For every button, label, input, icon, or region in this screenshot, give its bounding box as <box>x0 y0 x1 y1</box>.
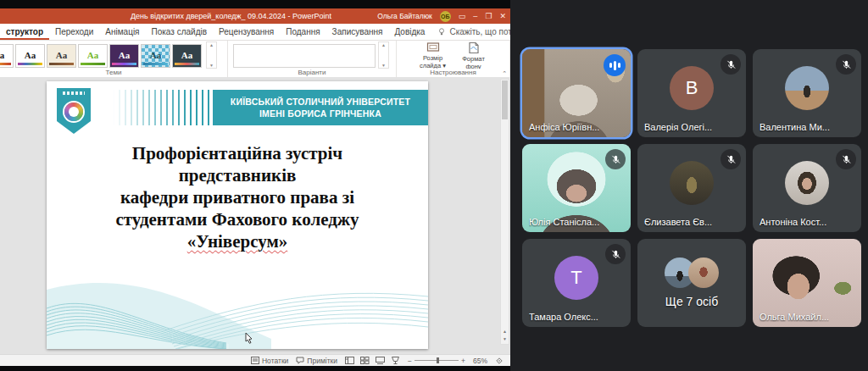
university-banner: КИЇВСЬКИЙ СТОЛИЧНИЙ УНІВЕРСИТЕТ ІМЕНІ БО… <box>213 90 428 125</box>
ribbon-group-customize: Розмір слайда ▾ Формат фону Настроювання… <box>397 41 510 78</box>
reading-view-icon[interactable] <box>376 357 385 364</box>
close-button[interactable]: ✕ <box>499 8 506 24</box>
avatar <box>670 161 714 205</box>
participant-tile-yelyzaveta[interactable]: Єлизавета Єв... <box>637 144 746 232</box>
fit-slide-icon[interactable] <box>495 357 504 365</box>
next-slide-button[interactable]: ▼ <box>503 335 507 343</box>
participant-tile-valentyna[interactable]: Валентина Ми... <box>753 49 861 137</box>
account-name: Ольга Байталюк <box>377 12 432 20</box>
mic-off-icon <box>721 149 741 169</box>
tab-transitions[interactable]: Переходи <box>49 24 99 40</box>
participant-tile-tamara[interactable]: Т Тамара Олекс... <box>522 239 631 327</box>
more-participants-tile[interactable]: Ще 7 осіб <box>637 239 746 327</box>
scroll-up-icon[interactable]: ▲ <box>381 42 386 47</box>
mic-off-icon <box>605 149 626 169</box>
slide-size-button[interactable]: Розмір слайда ▾ <box>415 42 452 69</box>
participant-tile-antonina[interactable]: Антоніна Кост... <box>753 144 861 232</box>
scroll-down-icon[interactable]: ▼ <box>381 63 386 68</box>
ribbon-display-options-icon[interactable]: ▭ <box>459 8 466 24</box>
zoom-in-button[interactable]: + <box>461 357 465 365</box>
scrollbar-thumb[interactable] <box>502 80 508 119</box>
theme-gallery-scrollbar[interactable]: ▲ ▼ <box>206 42 217 69</box>
tab-design[interactable]: структор <box>0 24 49 40</box>
variant-scrollbar[interactable]: ▲ ▼ <box>378 42 389 69</box>
ribbon-tabs: структор Переходи Анімація Показ слайдів… <box>0 24 510 41</box>
participant-tile-yuliia[interactable]: Юлія Станісла... <box>522 144 631 232</box>
theme-gallery: AaAaAaAaAaAaAa <box>0 42 203 68</box>
document-title: День відкритих дверей_коледж_ 09.04.2024… <box>131 12 331 20</box>
zoom-slider[interactable] <box>415 360 459 361</box>
mic-off-icon <box>721 54 741 75</box>
ribbon-group-variants: ▲ ▼ Варіанти <box>228 41 397 78</box>
participant-tile-anfisa[interactable]: Анфіса Юріївн... <box>522 49 631 137</box>
ribbon-collapse-chevron[interactable]: ⌃ <box>502 70 507 77</box>
mic-off-icon <box>836 149 856 169</box>
normal-view-icon[interactable] <box>345 357 354 364</box>
tab-view[interactable]: Подання <box>280 24 326 40</box>
slideshow-view-icon[interactable] <box>391 357 400 364</box>
scroll-down-icon[interactable]: ▼ <box>209 63 214 68</box>
format-background-icon <box>468 42 480 54</box>
avatar <box>785 161 829 205</box>
participant-grid: Анфіса Юріївн... В Валерія Олегі... Вале… <box>522 49 861 327</box>
slide-size-icon <box>426 42 440 53</box>
ribbon-group-themes: AaAaAaAaAaAaAa ▲ ▼ Теми <box>0 41 228 78</box>
powerpoint-window: День відкритих дверей_коледж_ 09.04.2024… <box>0 8 510 366</box>
slide-title-textbox[interactable]: Профорієнтаційна зустріч представників к… <box>55 142 420 252</box>
previous-slide-button[interactable]: ▲ <box>503 328 507 335</box>
account-avatar[interactable]: ОБ <box>440 11 451 22</box>
stacked-avatars <box>665 257 719 288</box>
university-shield-logo <box>57 88 91 134</box>
notes-icon <box>251 357 259 364</box>
notes-toggle[interactable]: Нотатки <box>251 357 288 365</box>
tab-review[interactable]: Рецензування <box>213 24 280 40</box>
participant-tile-valeriia[interactable]: В Валерія Олегі... <box>637 49 746 137</box>
more-participants-label: Ще 7 осіб <box>637 295 746 308</box>
slide-editing-area[interactable]: КИЇВСЬКИЙ СТОЛИЧНИЙ УНІВЕРСИТЕТ ІМЕНІ БО… <box>0 77 510 354</box>
format-background-button[interactable]: Формат фону <box>455 42 492 69</box>
theme-thumbnail[interactable]: Aa <box>109 44 139 68</box>
slide-sorter-view-icon[interactable] <box>360 357 370 364</box>
theme-thumbnail[interactable]: Aa <box>0 44 14 68</box>
mic-off-icon <box>836 54 856 75</box>
theme-thumbnail[interactable]: Aa <box>15 44 45 68</box>
comments-toggle[interactable]: Примітки <box>296 357 337 365</box>
theme-thumbnail[interactable]: Aa <box>172 44 202 68</box>
lightbulb-icon <box>437 27 446 36</box>
university-emblem <box>64 102 83 121</box>
zoom-out-button[interactable]: − <box>408 357 412 365</box>
screenshot-root: День відкритих дверей_коледж_ 09.04.2024… <box>0 0 868 371</box>
title-bar: День відкритих дверей_коледж_ 09.04.2024… <box>0 8 510 24</box>
avatar <box>688 257 719 288</box>
zoom-percentage[interactable]: 65% <box>473 357 487 365</box>
mic-off-icon <box>605 244 626 264</box>
vertical-scrollbar[interactable]: ▲ ▼ <box>500 79 509 345</box>
zoom-slider-thumb[interactable] <box>437 357 439 363</box>
variant-thumbnail[interactable] <box>233 44 376 68</box>
theme-thumbnail[interactable]: Aa <box>78 44 108 68</box>
mouse-cursor <box>244 332 254 344</box>
minimize-button[interactable]: – <box>473 8 477 24</box>
video-call-panel: Анфіса Юріївн... В Валерія Олегі... Вале… <box>510 0 868 371</box>
ribbon-content: AaAaAaAaAaAaAa ▲ ▼ Теми ▲ ▼ Варіанти <box>0 41 510 79</box>
tab-help[interactable]: Довідка <box>388 24 431 40</box>
status-bar: Нотатки Примітки − + 65% <box>0 354 510 366</box>
slide-stripe-decoration <box>113 90 214 125</box>
restore-button[interactable]: ❐ <box>485 8 492 24</box>
slide-canvas[interactable]: КИЇВСЬКИЙ СТОЛИЧНИЙ УНІВЕРСИТЕТ ІМЕНІ БО… <box>47 81 428 349</box>
speaking-indicator-icon <box>604 54 626 76</box>
wave-decoration <box>47 264 428 349</box>
participant-tile-olha[interactable]: Ольга Михайл... <box>753 239 861 327</box>
avatar <box>785 66 829 110</box>
tab-slideshow[interactable]: Показ слайдів <box>146 24 214 40</box>
avatar: Т <box>554 256 598 300</box>
theme-thumbnail[interactable]: Aa <box>141 44 170 68</box>
avatar: В <box>670 66 714 110</box>
theme-thumbnail[interactable]: Aa <box>47 44 76 68</box>
tab-animations[interactable]: Анімація <box>99 24 145 40</box>
comment-icon <box>296 357 304 364</box>
scroll-up-icon[interactable]: ▲ <box>209 42 214 47</box>
tab-recording[interactable]: Записування <box>326 24 389 40</box>
